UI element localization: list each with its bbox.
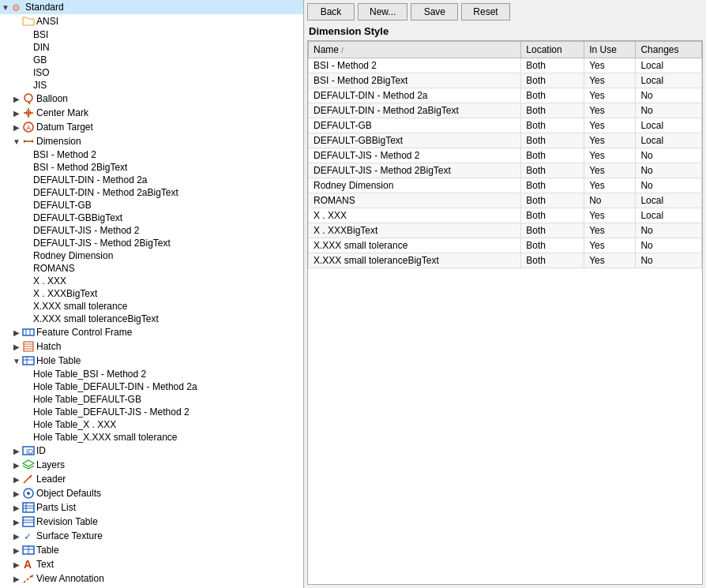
tree-label-standard: Standard [25, 2, 64, 13]
tree-expand-datum-target[interactable]: ▶ [11, 123, 22, 132]
table-row[interactable]: Rodney DimensionBothYesNo [309, 178, 702, 193]
col-name[interactable]: Name / [309, 42, 521, 58]
svg-text:A: A [26, 124, 31, 132]
back-button[interactable]: Back [307, 3, 355, 21]
tree-item-ht-gb[interactable]: Hole Table_DEFAULT-GB [0, 393, 303, 406]
tree-item-dim-rodney[interactable]: Rodney Dimension [0, 249, 303, 262]
tree-item-hole-table[interactable]: ▼Hole Table [0, 354, 303, 368]
revision-table-icon [22, 515, 35, 528]
tree-item-dim-xxxx[interactable]: X . XXX [0, 275, 303, 287]
tree-item-view-annotation[interactable]: ▶View Annotation [0, 571, 303, 586]
cell-location: Both [521, 148, 584, 163]
tree-item-dim-jis2big[interactable]: DEFAULT-JIS - Method 2BigText [0, 237, 303, 249]
tree-item-dim-xxxbig[interactable]: X . XXXBigText [0, 287, 303, 300]
tree-expand-balloon[interactable]: ▶ [11, 95, 22, 103]
tree-item-text[interactable]: ▶AText [0, 557, 303, 571]
tree-item-id[interactable]: ▶IDID [0, 444, 303, 458]
tree-item-dim-bsi2[interactable]: BSI - Method 2 [0, 148, 303, 161]
tree-expand-surface-texture[interactable]: ▶ [11, 532, 22, 541]
tree-item-balloon[interactable]: ▶Balloon [0, 92, 303, 106]
tree-label-dimension: Dimension [36, 136, 81, 147]
tree-item-dim-din2a[interactable]: DEFAULT-DIN - Method 2a [0, 174, 303, 186]
table-row[interactable]: BSI - Method 2BothYesLocal [309, 58, 702, 73]
tree-item-standard[interactable]: ▼⚙Standard [0, 0, 303, 14]
table-row[interactable]: X . XXXBigTextBothYesNo [309, 223, 702, 238]
table-row[interactable]: DEFAULT-DIN - Method 2aBigTextBothYesNo [309, 103, 702, 118]
tree-item-dim-romans[interactable]: ROMANS [0, 262, 303, 275]
tree-item-object-defaults[interactable]: ▶Object Defaults [0, 486, 303, 500]
save-button[interactable]: Save [411, 3, 458, 21]
reset-button[interactable]: Reset [461, 3, 509, 21]
table-row[interactable]: DEFAULT-GBBigTextBothYesLocal [309, 133, 702, 148]
dimension-style-table: Name / Location In Use Changes BSI - Met… [308, 41, 702, 268]
tree-expand-revision-table[interactable]: ▶ [11, 518, 22, 526]
table-row[interactable]: X.XXX small toleranceBigTextBothYesNo [309, 253, 702, 268]
tree-item-ht-xxxsmall[interactable]: Hole Table_X.XXX small tolerance [0, 431, 303, 444]
table-row[interactable]: X . XXXBothYesLocal [309, 208, 702, 223]
section-title: Dimension Style [307, 25, 703, 37]
tree-item-hatch[interactable]: ▶Hatch [0, 339, 303, 354]
tree-label-ht-xxxsmall: Hole Table_X.XXX small tolerance [33, 432, 178, 443]
new-button[interactable]: New... [358, 3, 407, 21]
tree-item-revision-table[interactable]: ▶Revision Table [0, 515, 303, 529]
tree-expand-view-annotation[interactable]: ▶ [11, 575, 22, 583]
tree-item-fcf[interactable]: ▶Feature Control Frame [0, 325, 303, 339]
tree-item-surface-texture[interactable]: ▶✓Surface Texture [0, 529, 303, 543]
col-in-use[interactable]: In Use [584, 42, 636, 58]
svg-point-26 [27, 492, 30, 495]
col-changes[interactable]: Changes [636, 42, 702, 58]
table-row[interactable]: ROMANSBothNoLocal [309, 193, 702, 208]
table-row[interactable]: DEFAULT-DIN - Method 2aBothYesNo [309, 88, 702, 103]
cell-changes: Local [636, 58, 702, 73]
dimension-style-table-container[interactable]: Name / Location In Use Changes BSI - Met… [307, 40, 703, 585]
tree-expand-dimension[interactable]: ▼ [11, 137, 22, 146]
tree-item-bsi[interactable]: BSI [0, 28, 303, 41]
tree-expand-fcf[interactable]: ▶ [11, 328, 22, 337]
tree-expand-hatch[interactable]: ▶ [11, 343, 22, 351]
tree-item-dim-xxxsmallbig[interactable]: X.XXX small toleranceBigText [0, 313, 303, 325]
table-row[interactable]: DEFAULT-JIS - Method 2BigTextBothYesNo [309, 163, 702, 178]
cell-in_use: Yes [584, 118, 636, 133]
tree-item-parts-list[interactable]: ▶Parts List [0, 500, 303, 515]
tree-expand-center-mark[interactable]: ▶ [11, 109, 22, 118]
tree-item-din[interactable]: DIN [0, 41, 303, 54]
tree-item-jis[interactable]: JIS [0, 79, 303, 92]
tree-item-dim-bsi2big[interactable]: BSI - Method 2BigText [0, 161, 303, 174]
tree-item-table[interactable]: ▶Table [0, 543, 303, 557]
tree-item-ht-din2a[interactable]: Hole Table_DEFAULT-DIN - Method 2a [0, 380, 303, 393]
cell-changes: No [636, 163, 702, 178]
tree-expand-text[interactable]: ▶ [11, 560, 22, 569]
tree-expand-object-defaults[interactable]: ▶ [11, 489, 22, 498]
tree-item-ht-xxx[interactable]: Hole Table_X . XXX [0, 418, 303, 431]
tree-item-ansi[interactable]: ANSI [0, 14, 303, 28]
tree-item-dim-jis2[interactable]: DEFAULT-JIS - Method 2 [0, 224, 303, 237]
tree-item-dim-gb[interactable]: DEFAULT-GB [0, 199, 303, 212]
tree-item-dim-xxxsmall[interactable]: X.XXX small tolerance [0, 300, 303, 313]
tree-item-gb[interactable]: GB [0, 54, 303, 66]
cell-name: BSI - Method 2BigText [309, 73, 521, 88]
tree-expand-parts-list[interactable]: ▶ [11, 504, 22, 512]
tree-item-ht-bsi2[interactable]: Hole Table_BSI - Method 2 [0, 368, 303, 380]
table-row[interactable]: BSI - Method 2BigTextBothYesLocal [309, 73, 702, 88]
tree-item-dimension[interactable]: ▼Dimension [0, 134, 303, 148]
tree-item-iso[interactable]: ISO [0, 66, 303, 79]
tree-expand-layers[interactable]: ▶ [11, 461, 22, 470]
tree-expand-hole-table[interactable]: ▼ [11, 357, 22, 365]
table-row[interactable]: DEFAULT-GBBothYesLocal [309, 118, 702, 133]
tree-item-datum-target[interactable]: ▶ADatum Target [0, 120, 303, 134]
cell-location: Both [521, 178, 584, 193]
table-row[interactable]: DEFAULT-JIS - Method 2BothYesNo [309, 148, 702, 163]
tree-expand-leader[interactable]: ▶ [11, 475, 22, 484]
tree-expand-table[interactable]: ▶ [11, 546, 22, 555]
tree-item-dim-gbbig[interactable]: DEFAULT-GBBigText [0, 212, 303, 224]
tree-expand-standard[interactable]: ▼ [0, 3, 11, 12]
tree-expand-id[interactable]: ▶ [11, 447, 22, 455]
svg-rect-27 [23, 503, 34, 512]
table-row[interactable]: X.XXX small toleranceBothYesNo [309, 238, 702, 253]
tree-item-center-mark[interactable]: ▶Center Mark [0, 106, 303, 120]
tree-item-leader[interactable]: ▶Leader [0, 472, 303, 486]
tree-item-layers[interactable]: ▶Layers [0, 458, 303, 472]
col-location[interactable]: Location [521, 42, 584, 58]
tree-item-dim-din2abig[interactable]: DEFAULT-DIN - Method 2aBigText [0, 186, 303, 199]
tree-item-ht-jis2[interactable]: Hole Table_DEFAULT-JIS - Method 2 [0, 406, 303, 418]
